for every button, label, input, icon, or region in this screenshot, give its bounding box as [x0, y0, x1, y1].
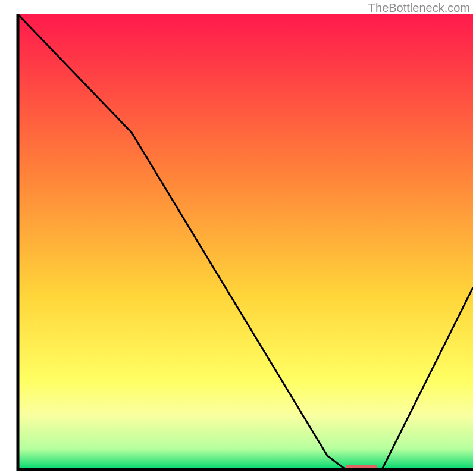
chart-container: TheBottleneck.com	[0, 0, 476, 476]
bottleneck-chart	[0, 0, 476, 476]
watermark-text: TheBottleneck.com	[368, 1, 470, 15]
background-gradient	[18, 14, 473, 469]
